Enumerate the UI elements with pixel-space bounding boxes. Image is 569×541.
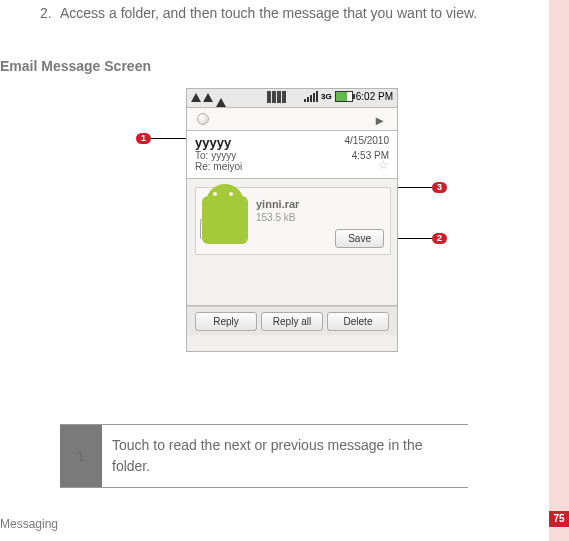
warning-icon	[216, 98, 226, 107]
status-center-icons	[267, 91, 286, 103]
delete-button[interactable]: Delete	[327, 312, 389, 331]
reply-button[interactable]: Reply	[195, 312, 257, 331]
message-body: yinni.rar 153.5 kB Save	[187, 179, 397, 306]
footer-text: Messaging	[0, 517, 58, 531]
next-message-arrow-icon[interactable]: ▸	[376, 112, 383, 128]
table-row: 1 Touch to read the next or previous mes…	[60, 425, 468, 488]
subject-label: Re:	[195, 161, 211, 172]
nav-row[interactable]: ▸	[187, 108, 397, 131]
attachment-size: 153.5 kB	[256, 212, 295, 223]
star-icon[interactable]: ☆	[378, 158, 389, 172]
battery-icon	[335, 91, 353, 102]
save-button[interactable]: Save	[335, 229, 384, 248]
bottom-toolbar: Reply Reply all Delete	[187, 306, 397, 335]
status-bar: 3G 6:02 PM	[187, 89, 397, 108]
figure: 1 3 2 3G 6:02 PM	[136, 88, 448, 378]
attachment-box: yinni.rar 153.5 kB Save	[195, 187, 391, 255]
step-text: Access a folder, and then touch the mess…	[60, 2, 520, 24]
android-icon	[202, 196, 248, 244]
page-number: 75	[549, 511, 569, 527]
phone-screenshot: 3G 6:02 PM ▸ yyyyy 4/15/2010 To: yyyyy	[186, 88, 398, 352]
network-3g-icon: 3G	[321, 92, 332, 101]
section-title: Email Message Screen	[0, 58, 151, 74]
subject-value: meiyoi	[213, 161, 242, 172]
callout-1: 1	[136, 133, 151, 144]
reply-all-button[interactable]: Reply all	[261, 312, 323, 331]
step-number: 2.	[40, 2, 60, 24]
status-time: 6:02 PM	[356, 91, 393, 102]
callout-3: 3	[432, 182, 447, 193]
message-date: 4/15/2010	[345, 135, 390, 150]
prev-message-dot[interactable]	[197, 113, 209, 125]
signal-icon	[304, 91, 318, 102]
to-value: yyyyy	[211, 150, 236, 161]
message-header: yyyyy 4/15/2010 To: yyyyy 4:53 PM Re: me…	[187, 131, 397, 179]
attachment-name: yinni.rar	[256, 198, 299, 210]
callout-table: 1 Touch to read the next or previous mes…	[60, 424, 468, 488]
side-bar	[549, 0, 569, 541]
from-value: yyyyy	[195, 135, 231, 150]
callout-2: 2	[432, 233, 447, 244]
to-label: To:	[195, 150, 208, 161]
table-row-text: Touch to read the next or previous messa…	[102, 425, 468, 488]
warning-icon	[191, 93, 201, 102]
table-row-number: 1	[60, 425, 102, 488]
warning-icon	[203, 93, 213, 102]
